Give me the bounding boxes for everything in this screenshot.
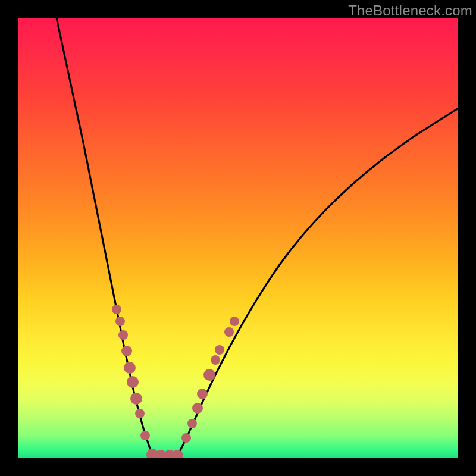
data-dot (130, 393, 142, 405)
data-dot (112, 305, 121, 314)
data-dot (181, 433, 191, 443)
plot-area (18, 18, 458, 458)
data-dot (135, 409, 145, 418)
data-dot (118, 330, 128, 340)
scatter-dots (112, 305, 239, 458)
data-dot (127, 376, 139, 388)
data-dot (197, 389, 208, 399)
data-dot (203, 369, 215, 381)
data-dot (124, 362, 136, 374)
data-dot (115, 317, 125, 326)
watermark-text: TheBottleneck.com (348, 2, 472, 19)
data-dot (140, 431, 150, 440)
data-dot (224, 327, 234, 337)
curve-right-branch (177, 108, 458, 456)
data-dot (187, 419, 197, 428)
chart-frame: TheBottleneck.com (0, 0, 476, 476)
data-dot (230, 317, 239, 326)
data-dot (211, 355, 220, 365)
curve-left-branch (57, 18, 152, 456)
data-dot (121, 346, 132, 356)
data-dot (192, 403, 203, 414)
curve-layer (18, 18, 458, 458)
data-dot (215, 345, 224, 355)
